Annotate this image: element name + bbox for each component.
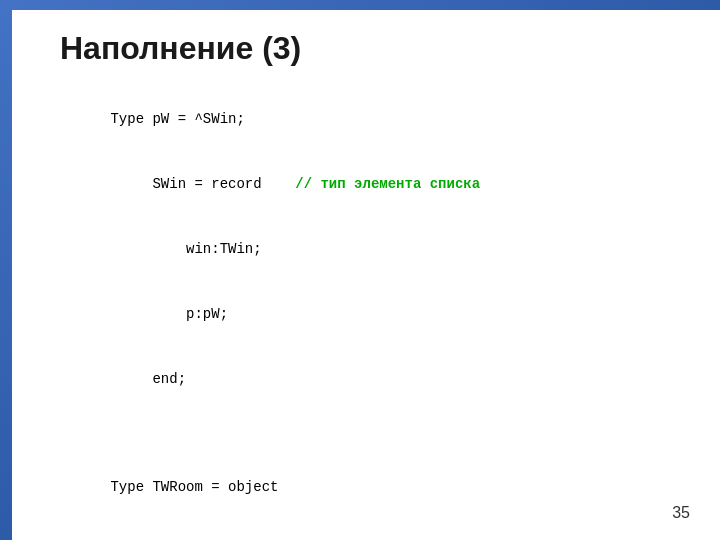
- code-line-4: p:pW;: [110, 306, 228, 322]
- accent-bar: [0, 0, 12, 540]
- code-block: Type pW = ^SWin; SWin = record // тип эл…: [60, 87, 680, 540]
- code-line-5: end;: [110, 371, 186, 387]
- code-line-3: win:TWin;: [110, 241, 261, 257]
- slide: Наполнение (3) Type pW = ^SWin; SWin = r…: [0, 0, 720, 540]
- slide-title: Наполнение (3): [60, 30, 680, 67]
- comment-1: // тип элемента списка: [295, 176, 480, 192]
- code-line-2: SWin = record // тип элемента списка: [110, 176, 480, 192]
- page-number: 35: [672, 504, 690, 522]
- code-line-1: Type pW = ^SWin;: [110, 111, 244, 127]
- code-line-7: Type TWRoom = object: [110, 479, 278, 495]
- top-bar: [0, 0, 720, 10]
